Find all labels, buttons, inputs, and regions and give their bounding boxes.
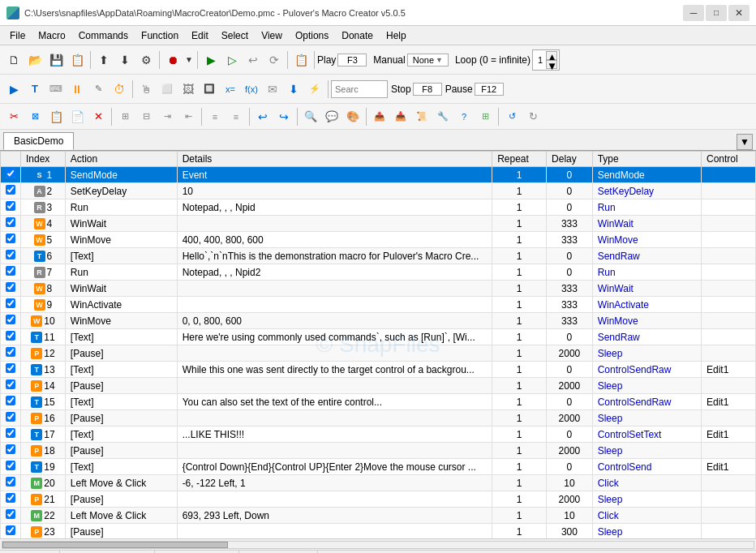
table-row[interactable]: T 11 [Text] Here we're using commonly us… <box>1 329 756 345</box>
save-button[interactable]: 💾 <box>45 49 67 71</box>
row-checkbox[interactable] <box>1 410 21 427</box>
row-checkbox[interactable] <box>1 378 21 394</box>
row-checkbox[interactable] <box>1 248 21 264</box>
row-checkbox[interactable] <box>1 524 21 539</box>
table-row[interactable]: W 4 WinWait 1 333 WinWait <box>1 216 756 232</box>
refresh-button[interactable]: ↻ <box>522 106 543 127</box>
table-row[interactable]: W 10 WinMove 0, 0, 800, 600 1 333 WinMov… <box>1 313 756 329</box>
edit-unindent-button[interactable]: ⇤ <box>178 106 199 127</box>
cmd-click-button[interactable]: 🖱 <box>135 79 157 100</box>
open-button[interactable]: 📂 <box>24 49 45 71</box>
play-button[interactable]: ▶ <box>200 49 221 71</box>
maximize-button[interactable]: □ <box>706 5 727 21</box>
table-row[interactable]: M 22 Left Move & Click 693, 293 Left, Do… <box>1 508 756 524</box>
row-checkbox[interactable] <box>1 232 21 248</box>
row-checkbox[interactable] <box>1 394 21 410</box>
table-row[interactable]: P 12 [Pause] 1 2000 Sleep <box>1 345 756 362</box>
undo-button[interactable]: ↩ <box>252 106 273 127</box>
edit-cut-button[interactable]: ✂ <box>3 106 24 127</box>
table-row[interactable]: T 6 [Text] Hello`,`n`nThis is the demons… <box>1 248 756 264</box>
menu-help[interactable]: Help <box>380 26 413 45</box>
save-as-button[interactable]: 📋 <box>67 49 88 71</box>
row-checkbox[interactable] <box>1 491 21 508</box>
play-current-button[interactable]: ▷ <box>221 49 243 71</box>
edit-disable-button[interactable]: ⊠ <box>24 106 45 127</box>
row-checkbox[interactable] <box>1 508 21 524</box>
cmd-download-button[interactable]: ⬇ <box>283 79 304 100</box>
menu-options[interactable]: Options <box>289 26 335 45</box>
help-button[interactable]: ? <box>453 106 475 127</box>
search-find-button[interactable]: 🔍 <box>300 106 321 127</box>
edit-align-left-button[interactable]: ≡ <box>204 106 226 127</box>
row-checkbox[interactable] <box>1 281 21 297</box>
table-row[interactable]: P 18 [Pause] 1 2000 Sleep <box>1 443 756 459</box>
table-row[interactable]: T 17 [Text] ...LIKE THIS!!! 1 0 ControlS… <box>1 427 756 443</box>
table-row[interactable]: W 5 WinMove 400, 400, 800, 600 1 333 Win… <box>1 232 756 248</box>
row-checkbox[interactable] <box>1 362 21 378</box>
import-button[interactable]: 📥 <box>390 106 411 127</box>
loop-ctrl-button[interactable]: ↺ <box>501 106 522 127</box>
redo-button[interactable]: ↪ <box>273 106 294 127</box>
move-down-button[interactable]: ⬇ <box>114 49 135 71</box>
table-row[interactable]: R 7 Run Notepad, , , Npid2 1 0 Run <box>1 264 756 281</box>
cmd-comment-button[interactable]: ✎ <box>88 79 109 100</box>
menu-macro[interactable]: Macro <box>32 26 71 45</box>
table-row[interactable]: T 13 [Text] While this one was sent dire… <box>1 362 756 378</box>
cmd-extra-button[interactable]: ⚡ <box>304 79 325 100</box>
window-controls[interactable]: ─ □ ✕ <box>683 5 750 21</box>
cmd-control-button[interactable]: 🔲 <box>199 79 220 100</box>
edit-paste-button[interactable]: 📄 <box>67 106 88 127</box>
cmd-text-button[interactable]: T <box>24 79 45 100</box>
color-button[interactable]: 🎨 <box>342 106 363 127</box>
edit-align-right-button[interactable]: ≡ <box>226 106 247 127</box>
cmd-key-button[interactable]: ⌨ <box>45 79 67 100</box>
tab-expand-button[interactable]: ▼ <box>737 134 753 150</box>
cmd-email-button[interactable]: ✉ <box>262 79 283 100</box>
menu-commands[interactable]: Commands <box>72 26 135 45</box>
table-row[interactable]: P 21 [Pause] 1 2000 Sleep <box>1 491 756 508</box>
menu-edit[interactable]: Edit <box>185 26 215 45</box>
row-checkbox[interactable] <box>1 313 21 329</box>
horizontal-scrollbar[interactable] <box>0 538 756 550</box>
edit-copy-button[interactable]: 📋 <box>45 106 67 127</box>
cmd-image-button[interactable]: 🖼 <box>178 79 199 100</box>
edit-delete-button[interactable]: ✕ <box>88 106 109 127</box>
edit-duplicate-button[interactable]: ⊞ <box>114 106 135 127</box>
loop-down-button[interactable]: ▼ <box>546 60 557 69</box>
record-button[interactable]: ⏺ <box>162 49 183 71</box>
table-row[interactable]: T 19 [Text] {Control Down}{End}{Control … <box>1 459 756 475</box>
minimize-button[interactable]: ─ <box>683 5 704 21</box>
loop-up-button[interactable]: ▲ <box>546 51 557 60</box>
new-button[interactable]: 🗋 <box>3 49 24 71</box>
menu-file[interactable]: File <box>3 26 32 45</box>
table-row[interactable]: S 1 SendMode Event 1 0 SendMode <box>1 167 756 183</box>
table-row[interactable]: P 16 [Pause] 1 2000 Sleep <box>1 410 756 427</box>
row-checkbox[interactable] <box>1 297 21 313</box>
table-row[interactable]: M 20 Left Move & Click -6, -122 Left, 1 … <box>1 475 756 491</box>
menu-function[interactable]: Function <box>135 26 185 45</box>
record-options-button[interactable]: ▼ <box>183 49 195 71</box>
table-row[interactable]: W 8 WinWait 1 333 WinWait <box>1 281 756 297</box>
repeat-button[interactable]: ⟳ <box>264 49 285 71</box>
compile-button[interactable]: 🔧 <box>432 106 453 127</box>
table-row[interactable]: A 2 SetKeyDelay 10 1 0 SetKeyDelay <box>1 183 756 199</box>
move-up-button[interactable]: ⬆ <box>93 49 114 71</box>
row-checkbox[interactable] <box>1 427 21 443</box>
cmd-winmove-button[interactable]: ⬜ <box>157 79 178 100</box>
menu-donate[interactable]: Donate <box>335 26 380 45</box>
row-checkbox[interactable] <box>1 199 21 216</box>
edit-group-button[interactable]: ⊟ <box>135 106 157 127</box>
search-input[interactable] <box>331 80 388 98</box>
table-row[interactable]: P 14 [Pause] 1 2000 Sleep <box>1 378 756 394</box>
row-checkbox[interactable] <box>1 167 21 183</box>
row-checkbox[interactable] <box>1 443 21 459</box>
close-button[interactable]: ✕ <box>728 5 750 21</box>
edit-indent-button[interactable]: ⇥ <box>157 106 178 127</box>
cmd-run-button[interactable]: ▶ <box>3 79 24 100</box>
table-row[interactable]: R 3 Run Notepad, , , Npid 1 0 Run <box>1 199 756 216</box>
tray-button[interactable]: 📋 <box>290 49 311 71</box>
row-checkbox[interactable] <box>1 459 21 475</box>
menu-select[interactable]: Select <box>215 26 255 45</box>
cmd-pause-button[interactable]: ⏸ <box>67 79 88 100</box>
table-row[interactable]: W 9 WinActivate 1 333 WinActivate <box>1 297 756 313</box>
